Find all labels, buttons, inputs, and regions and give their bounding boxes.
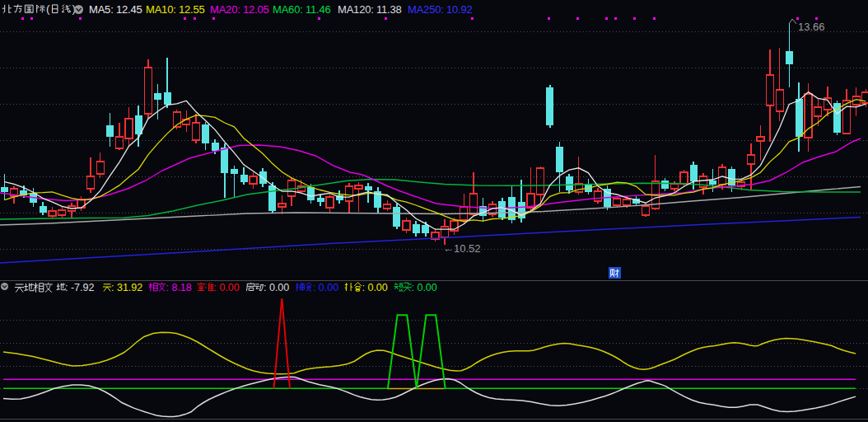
svg-text:13.66: 13.66 [798,21,825,33]
svg-text:: 0.00: : 0.00 [412,282,437,293]
svg-text:←10.52: ←10.52 [443,242,481,255]
svg-text:MA10: 12.55: MA10: 12.55 [146,3,205,16]
svg-text:: 0.00: : 0.00 [264,282,289,293]
svg-text:MA250: 10.92: MA250: 10.92 [408,3,473,16]
svg-text:: 31.92: : 31.92 [111,282,142,293]
svg-text:MA120: 11.38: MA120: 11.38 [338,3,402,16]
svg-text:: 0.00: : 0.00 [214,282,240,293]
svg-text:MA5: 12.45: MA5: 12.45 [89,3,142,16]
svg-text:(: ( [46,2,50,15]
svg-text:: 0.00: : 0.00 [362,282,388,293]
svg-text:: 8.18: : 8.18 [166,282,192,293]
svg-text:MA20: 12.05: MA20: 12.05 [210,3,269,16]
svg-text:MA60: 11.46: MA60: 11.46 [273,3,331,16]
svg-text:: 0.00: : 0.00 [313,282,338,293]
svg-text:: -7.92: : -7.92 [65,282,94,293]
